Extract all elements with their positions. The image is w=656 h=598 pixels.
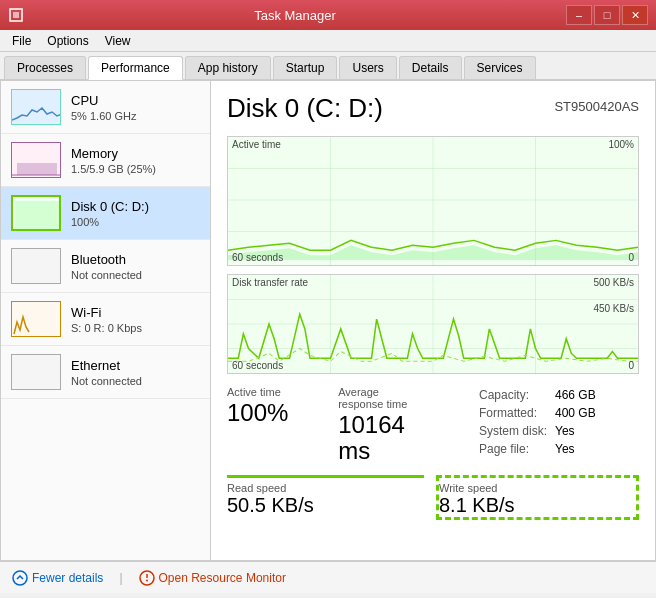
tab-performance[interactable]: Performance	[88, 56, 183, 80]
tab-startup[interactable]: Startup	[273, 56, 338, 79]
fewer-details-label: Fewer details	[32, 571, 103, 585]
ethernet-thumbnail	[11, 354, 61, 390]
page-file-label: Page file:	[479, 440, 555, 458]
maximize-button[interactable]: □	[594, 5, 620, 25]
bluetooth-thumbnail	[11, 248, 61, 284]
active-time-max: 100%	[608, 139, 634, 150]
disk-info-table: Capacity: 466 GB Formatted: 400 GB Syste…	[479, 386, 604, 458]
write-speed-block: Write speed 8.1 KB/s	[436, 475, 639, 520]
sidebar-item-cpu[interactable]: CPU 5% 1.60 GHz	[1, 81, 210, 134]
menu-options[interactable]: Options	[39, 32, 96, 50]
stats-section: Active time 100% Average response time 1…	[227, 386, 639, 465]
sidebar-item-wifi[interactable]: Wi-Fi S: 0 R: 0 Kbps	[1, 293, 210, 346]
window-controls: – □ ✕	[566, 5, 648, 25]
read-speed-block: Read speed 50.5 KB/s	[227, 475, 424, 520]
open-resource-monitor-label: Open Resource Monitor	[159, 571, 286, 585]
wifi-value: S: 0 R: 0 Kbps	[71, 322, 200, 334]
avg-response-value: 10164 ms	[338, 412, 425, 465]
write-speed-value: 8.1 KB/s	[439, 494, 636, 517]
wifi-info: Wi-Fi S: 0 R: 0 Kbps	[71, 305, 200, 334]
write-speed-label: Write speed	[439, 482, 636, 494]
capacity-row: Capacity: 466 GB	[479, 386, 604, 404]
svg-point-23	[146, 579, 148, 581]
window-title: Task Manager	[24, 8, 566, 23]
cpu-value: 5% 1.60 GHz	[71, 110, 200, 122]
svg-rect-1	[13, 12, 19, 18]
avg-response-label: Average response time	[338, 386, 425, 410]
detail-panel: Disk 0 (C: D:) ST9500420AS Active time 1…	[211, 81, 655, 560]
transfer-rate-max: 500 KB/s	[593, 277, 634, 288]
sidebar-item-bluetooth[interactable]: Bluetooth Not connected	[1, 240, 210, 293]
open-resource-monitor-button[interactable]: Open Resource Monitor	[139, 570, 286, 586]
menu-bar: File Options View	[0, 30, 656, 52]
page-file-value: Yes	[555, 440, 604, 458]
active-time-label: Active time	[232, 139, 281, 150]
capacity-label: Capacity:	[479, 386, 555, 404]
sidebar-item-memory[interactable]: Memory 1.5/5.9 GB (25%)	[1, 134, 210, 187]
resource-monitor-icon	[139, 570, 155, 586]
active-time-chart: Active time 100% 60 seconds 0	[227, 136, 639, 266]
sidebar-item-disk[interactable]: Disk 0 (C: D:) 100%	[1, 187, 210, 240]
transfer-rate-chart: Disk transfer rate 500 KB/s 60 seconds 0…	[227, 274, 639, 374]
bottom-bar: Fewer details | Open Resource Monitor	[0, 561, 656, 593]
menu-view[interactable]: View	[97, 32, 139, 50]
read-speed-value: 50.5 KB/s	[227, 494, 424, 517]
active-time-svg	[228, 137, 638, 265]
svg-rect-4	[15, 201, 61, 229]
memory-info: Memory 1.5/5.9 GB (25%)	[71, 146, 200, 175]
read-speed-label: Read speed	[227, 482, 424, 494]
tab-processes[interactable]: Processes	[4, 56, 86, 79]
sidebar: CPU 5% 1.60 GHz Memory 1.5/5.9 GB (25%)	[1, 81, 211, 560]
active-time-duration: 60 seconds	[232, 252, 283, 263]
transfer-min: 0	[628, 360, 634, 371]
disk-value: 100%	[71, 216, 200, 228]
transfer-rate-label: Disk transfer rate	[232, 277, 308, 288]
active-time-stat: Active time 100%	[227, 386, 314, 465]
system-disk-value: Yes	[555, 422, 604, 440]
menu-file[interactable]: File	[4, 32, 39, 50]
tab-details[interactable]: Details	[399, 56, 462, 79]
transfer-duration: 60 seconds	[232, 360, 283, 371]
main-content: CPU 5% 1.60 GHz Memory 1.5/5.9 GB (25%)	[0, 80, 656, 561]
formatted-value: 400 GB	[555, 404, 604, 422]
tab-app-history[interactable]: App history	[185, 56, 271, 79]
bluetooth-value: Not connected	[71, 269, 200, 281]
system-disk-label: System disk:	[479, 422, 555, 440]
transfer-mid-label: 450 KB/s	[593, 303, 634, 314]
memory-label: Memory	[71, 146, 200, 161]
transfer-svg	[228, 275, 638, 373]
active-time-stat-label: Active time	[227, 386, 314, 398]
cpu-label: CPU	[71, 93, 200, 108]
system-disk-row: System disk: Yes	[479, 422, 604, 440]
bluetooth-info: Bluetooth Not connected	[71, 252, 200, 281]
bluetooth-label: Bluetooth	[71, 252, 200, 267]
minimize-button[interactable]: –	[566, 5, 592, 25]
capacity-value: 466 GB	[555, 386, 604, 404]
disk-info: Disk 0 (C: D:) 100%	[71, 199, 200, 228]
memory-thumbnail	[11, 142, 61, 178]
title-bar: Task Manager – □ ✕	[0, 0, 656, 30]
svg-rect-2	[17, 163, 57, 175]
avg-response-stat: Average response time 10164 ms	[338, 386, 425, 465]
formatted-label: Formatted:	[479, 404, 555, 422]
disk-label: Disk 0 (C: D:)	[71, 199, 200, 214]
fewer-details-icon	[12, 570, 28, 586]
cpu-info: CPU 5% 1.60 GHz	[71, 93, 200, 122]
tab-bar: Processes Performance App history Startu…	[0, 52, 656, 80]
ethernet-info: Ethernet Not connected	[71, 358, 200, 387]
app-icon	[8, 7, 24, 23]
tab-services[interactable]: Services	[464, 56, 536, 79]
ethernet-label: Ethernet	[71, 358, 200, 373]
disk-thumbnail	[11, 195, 61, 231]
active-time-stat-value: 100%	[227, 400, 314, 426]
wifi-thumbnail	[11, 301, 61, 337]
tab-users[interactable]: Users	[339, 56, 396, 79]
disk-right-info: Capacity: 466 GB Formatted: 400 GB Syste…	[479, 386, 639, 458]
divider: |	[119, 571, 122, 585]
svg-point-20	[13, 571, 27, 585]
sidebar-item-ethernet[interactable]: Ethernet Not connected	[1, 346, 210, 399]
close-button[interactable]: ✕	[622, 5, 648, 25]
speed-section: Read speed 50.5 KB/s Write speed 8.1 KB/…	[227, 475, 639, 520]
active-time-min: 0	[628, 252, 634, 263]
fewer-details-button[interactable]: Fewer details	[12, 570, 103, 586]
